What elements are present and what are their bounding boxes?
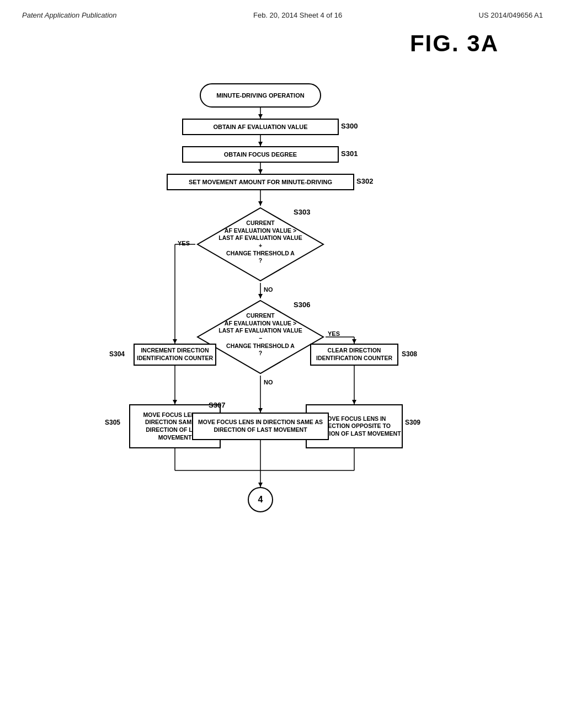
figure-title: FIG. 3A [22, 30, 499, 57]
s308-process: CLEAR DIRECTION IDENTIFICATION COUNTER [310, 344, 398, 366]
s302-label: S302 [356, 177, 373, 185]
header-center: Feb. 20, 2014 Sheet 4 of 16 [253, 11, 342, 19]
s308-label: S308 [402, 350, 417, 358]
start-terminal: MINUTE-DRIVING OPERATION [200, 83, 321, 108]
s306-yes-label: YES [328, 330, 340, 337]
s304-label: S304 [109, 350, 125, 358]
s307-label: S307 [209, 401, 225, 409]
svg-marker-21 [352, 400, 356, 404]
svg-marker-3 [258, 142, 263, 146]
svg-marker-28 [258, 483, 263, 487]
svg-marker-17 [258, 408, 263, 413]
svg-marker-7 [258, 201, 263, 206]
svg-marker-5 [258, 169, 263, 174]
flowchart: MINUTE-DRIVING OPERATION OBTAIN AF EVALU… [89, 73, 476, 669]
svg-marker-1 [258, 114, 263, 119]
s305-label: S305 [105, 419, 120, 426]
s302-process: SET MOVEMENT AMOUNT FOR MINUTE-DRIVING [167, 174, 354, 190]
page: Patent Application Publication Feb. 20, … [0, 0, 565, 728]
svg-marker-12 [258, 294, 263, 298]
s303-yes-label: YES [178, 240, 190, 247]
s301-process: OBTAIN FOCUS DEGREE [182, 146, 339, 163]
svg-marker-15 [352, 339, 356, 344]
header-left: Patent Application Publication [22, 11, 117, 19]
connector-circle: 4 [248, 487, 273, 512]
page-header: Patent Application Publication Feb. 20, … [22, 11, 543, 19]
s306-no-label: NO [264, 379, 273, 386]
header-right: US 2014/049656 A1 [479, 11, 543, 19]
s303-decision: CURRENTAF EVALUATION VALUE >LAST AF EVAL… [195, 206, 326, 283]
s309-label: S309 [405, 419, 420, 426]
s303-no-label: NO [264, 286, 273, 293]
s300-label: S300 [341, 122, 358, 130]
svg-marker-10 [173, 339, 177, 344]
s307-process: MOVE FOCUS LENS IN DIRECTION SAME AS DIR… [192, 413, 329, 440]
s301-label: S301 [341, 149, 358, 158]
svg-marker-19 [173, 400, 177, 404]
s304-process: INCREMENT DIRECTION IDENTIFICATION COUNT… [134, 344, 216, 366]
s300-process: OBTAIN AF EVALUATION VALUE [182, 119, 339, 135]
